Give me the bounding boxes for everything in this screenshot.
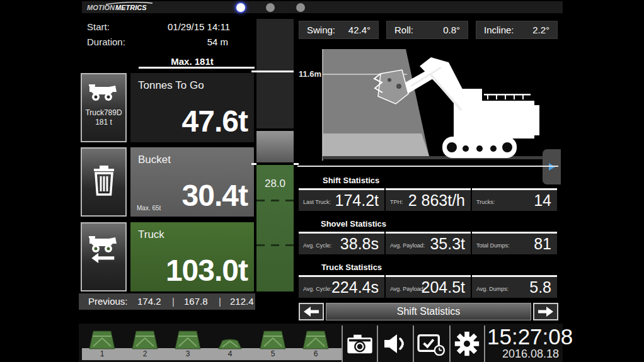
tooth-number-1: 1: [87, 349, 117, 358]
stat-value: 204.5t: [421, 278, 465, 297]
haul-truck-icon: [88, 83, 120, 106]
previous-value-1: 174.2: [137, 296, 161, 307]
stat-value: 14: [534, 191, 551, 210]
stat-label: Avg. Payload:: [390, 242, 425, 249]
page-dot-1[interactable]: [236, 3, 245, 12]
incline-value: 2.2°: [532, 25, 549, 35]
truck-label: Truck: [138, 229, 164, 241]
roll-label: Roll:: [394, 25, 413, 35]
truck-stats-title: Truck Statistics: [321, 263, 382, 272]
gauge-dash-line: [256, 244, 294, 246]
truck-return-button[interactable]: [81, 222, 127, 291]
pager-prev-button[interactable]: [299, 303, 324, 320]
gauge-tick-left: [251, 71, 256, 72]
clock-block: 15:27:08 2016.08.18: [487, 326, 559, 360]
tonnes-to-go-tile[interactable]: Tonnes To Go 47.6t: [130, 73, 254, 142]
stat-value: 5.8: [529, 278, 551, 297]
truck-id: Truck789D: [82, 108, 125, 118]
gauge-fill-green: 28.0: [256, 165, 294, 291]
clock-date: 2016.08.18: [487, 348, 559, 360]
gauge-value: 28.0: [256, 178, 294, 190]
gauge-segment-empty-mid: [256, 72, 294, 128]
settings-button[interactable]: [451, 325, 483, 362]
previous-value-2: 167.8: [184, 296, 208, 307]
stat-trucks: Trucks: 14: [472, 188, 557, 211]
report-check-clock-icon: [417, 332, 446, 356]
shovel-stats-title: Shovel Statistics: [321, 219, 386, 229]
bucket-value: 30.4t: [182, 178, 248, 213]
gauge-tick-left-fill: [251, 163, 256, 165]
bucket-tile[interactable]: Bucket 30.4t Max. 65t: [130, 147, 254, 217]
stat-tph: TPH: 2 863t/h: [386, 188, 471, 211]
bucket-max: Max. 65t: [137, 205, 161, 212]
stat-last-truck: Last Truck: 174.2t: [299, 188, 384, 211]
arrow-left-icon: [303, 306, 319, 317]
shift-stats-title: Shift Statistics: [323, 176, 379, 185]
shovel-scene-illustration: [296, 41, 561, 166]
max-header-underline: [139, 67, 255, 69]
stat-label: Last Truck:: [303, 199, 331, 205]
volume-button[interactable]: [378, 325, 412, 362]
clock-time: 15:27:08: [487, 326, 559, 348]
previous-separator: |: [172, 296, 175, 307]
shift-report-button[interactable]: [414, 325, 448, 362]
logo-motion-text: MOTION: [87, 4, 115, 11]
app-root: MOTION METRICS Start: 01/29/15 14:11 Dur…: [0, 0, 644, 362]
previous-separator: |: [219, 296, 221, 307]
camera-icon: [346, 333, 374, 354]
bank-height-label: 11.6m: [299, 69, 321, 79]
arrow-right-icon: [538, 306, 554, 317]
tooth-3-icon: [173, 330, 203, 350]
play-arrow-icon: [548, 162, 556, 171]
truck-value: 103.0t: [166, 253, 248, 288]
trash-icon: [90, 164, 118, 197]
gauge-segment-partial: [256, 131, 294, 162]
stat-avg-dumps: Avg. Dumps: 5.8: [472, 275, 557, 298]
stat-value: 38.8s: [340, 235, 379, 253]
incline-label: Incline:: [484, 25, 514, 35]
stat-value: 224.4s: [331, 278, 379, 297]
stat-value: 81: [534, 235, 551, 253]
truck-tile[interactable]: Truck 103.0t: [130, 222, 254, 291]
stat-truck-cycle: Avg. Cycle: 224.4s: [299, 275, 384, 298]
stats-separator-line: [297, 166, 558, 167]
swing-readout: Swing: 42.4°: [299, 21, 379, 39]
roll-value: 0.8°: [443, 25, 460, 35]
start-value: 01/29/15 14:11: [129, 21, 230, 32]
pager-title: Shift Statistics: [397, 306, 460, 317]
stat-total-dumps: Total Dumps: 81: [472, 232, 557, 254]
bucket-label: Bucket: [138, 154, 171, 166]
truck-select-button[interactable]: Truck789D 181 t: [81, 73, 127, 142]
tonnes-to-go-value: 47.6t: [182, 104, 248, 139]
motionmetrics-logo-icon: MOTION METRICS: [86, 2, 161, 13]
tooth-number-6: 6: [301, 349, 331, 358]
gear-icon: [454, 331, 480, 356]
previous-label: Previous:: [88, 296, 128, 307]
page-dot-2[interactable]: [266, 3, 275, 12]
stat-shovel-cycle: Avg. Cycle: 38.8s: [299, 232, 384, 254]
tooth-1-icon: [87, 330, 117, 350]
stat-truck-payload: Avg. Payload: 204.5t: [386, 275, 471, 298]
tooth-4-icon-worn: [215, 330, 245, 350]
duration-label: Duration:: [87, 37, 125, 47]
camera-button[interactable]: [343, 325, 377, 362]
tooth-number-5: 5: [258, 349, 288, 358]
stat-value: 174.2t: [335, 191, 379, 210]
stat-shovel-payload: Avg. Payload: 35.3t: [386, 232, 471, 254]
tooth-number-2: 2: [130, 349, 160, 358]
stat-label: Avg. Cycle:: [303, 286, 331, 292]
bottom-bar: 1 2 3 4 5 6: [79, 324, 563, 362]
tooth-number-4: 4: [215, 349, 245, 358]
stat-label: Total Dumps:: [476, 242, 510, 249]
swing-label: Swing:: [307, 25, 335, 35]
gauge-dash-line: [256, 200, 294, 201]
slide-panel-tab[interactable]: [543, 149, 561, 184]
bucket-discard-button[interactable]: [81, 147, 127, 217]
stat-label: Avg. Cycle:: [303, 242, 331, 249]
pager-next-button[interactable]: [533, 303, 558, 320]
start-label: Start:: [87, 21, 110, 32]
page-dot-3[interactable]: [296, 3, 305, 12]
stat-value: 2 863t/h: [408, 191, 465, 210]
tooth-6-icon: [301, 330, 331, 350]
stat-label: Avg. Payload:: [390, 286, 425, 292]
